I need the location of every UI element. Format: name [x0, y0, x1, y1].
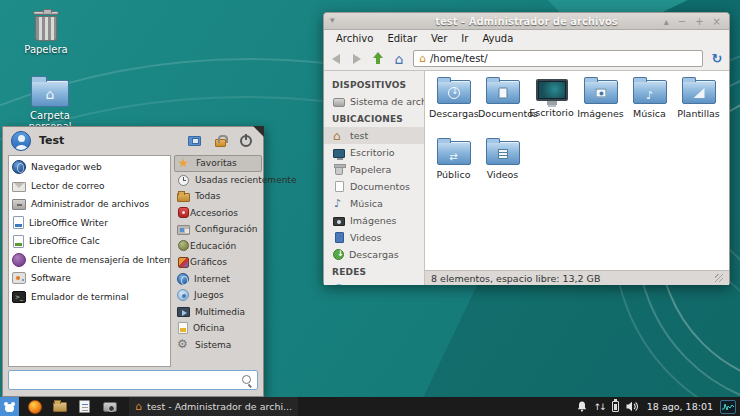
file-item[interactable]: Música — [625, 77, 674, 133]
app-item-pidgin[interactable]: Cliente de mensajería de Internet Pidgin — [9, 251, 170, 270]
file-manager-window: ▾ test - Administrador de archivos ▴ − +… — [323, 12, 730, 284]
writer-icon — [13, 216, 24, 229]
notifications-icon[interactable] — [577, 401, 587, 412]
folder-videos-icon — [486, 141, 520, 165]
category-configuracion[interactable]: Configuración — [174, 221, 262, 238]
back-button[interactable] — [329, 52, 343, 66]
menu-archivo[interactable]: Archivo — [330, 32, 379, 45]
system-monitor-icon[interactable] — [720, 400, 736, 414]
home-icon — [333, 130, 345, 142]
category-usadas-recientemente[interactable]: Usadas recientemente — [174, 172, 262, 189]
app-item-libreoffice-calc[interactable]: LibreOffice Calc — [9, 232, 170, 251]
sidebar-section-header: DISPOSITIVOS — [324, 76, 424, 93]
app-item-navegador-web[interactable]: Navegador web — [9, 158, 170, 177]
window-task-button[interactable]: ⌂ test - Administrador de archi... — [129, 397, 298, 416]
image-emblem-icon — [595, 88, 606, 97]
settings-button[interactable] — [185, 133, 203, 149]
clock[interactable]: 18 ago, 18:01 — [647, 401, 713, 412]
resize-grip[interactable] — [715, 274, 723, 282]
forward-icon — [353, 54, 361, 64]
shade-button[interactable]: ▴ — [664, 17, 669, 27]
window-menu-icon[interactable]: ▾ — [330, 15, 335, 25]
menu-editar[interactable]: Editar — [381, 32, 423, 45]
category-sistema[interactable]: Sistema — [174, 337, 262, 354]
maximize-button[interactable]: + — [695, 17, 703, 27]
xubuntu-logo-icon — [4, 402, 15, 412]
menu-search-input[interactable] — [13, 375, 241, 386]
category-juegos[interactable]: Juegos — [174, 287, 262, 304]
sidebar-item-musica[interactable]: Música — [324, 195, 424, 212]
titlebar[interactable]: ▾ test - Administrador de archivos ▴ − +… — [324, 13, 729, 30]
category-internet[interactable]: Internet — [174, 271, 262, 288]
desktop-icon-trash[interactable]: Papelera — [8, 11, 84, 55]
file-item[interactable]: Plantillas — [674, 77, 723, 133]
sidebar-item-sistema-de-archivos[interactable]: Sistema de archivos — [324, 93, 424, 110]
app-item-libreoffice-writer[interactable]: LibreOffice Writer — [9, 214, 170, 233]
home-icon: ⌂ — [135, 401, 142, 412]
reload-button[interactable]: ↻ — [710, 52, 724, 66]
web-browser-icon — [12, 160, 26, 174]
sidebar-item-descargas[interactable]: Descargas — [324, 246, 424, 263]
sidebar-item-buscar-en-la-red[interactable]: Buscar en la red — [324, 280, 424, 285]
firefox-launcher[interactable] — [25, 397, 44, 416]
menu-ver[interactable]: Ver — [425, 32, 453, 45]
menu-search[interactable] — [8, 370, 258, 390]
file-item[interactable]: Descargas — [429, 77, 478, 133]
sidebar-item-documentos[interactable]: Documentos — [324, 178, 424, 195]
lock-screen-button[interactable] — [211, 133, 229, 149]
category-oficina[interactable]: Oficina — [174, 320, 262, 337]
address-bar[interactable]: ⌂ /home/test/ — [413, 50, 703, 67]
app-item-emulador-de-terminal[interactable]: Emulador de terminal — [9, 288, 170, 307]
folder-icon — [177, 193, 190, 202]
battery-icon[interactable] — [612, 401, 619, 412]
log-out-button[interactable] — [237, 133, 255, 149]
home-button[interactable]: ⌂ — [392, 52, 406, 66]
back-icon — [332, 54, 340, 64]
menu-ayuda[interactable]: Ayuda — [476, 32, 519, 45]
file-item[interactable]: Escritorio — [527, 77, 576, 133]
category-educacion[interactable]: Educación — [174, 238, 262, 255]
file-item[interactable]: Imágenes — [576, 77, 625, 133]
app-item-lector-de-correo[interactable]: Lector de correo — [9, 177, 170, 196]
file-item[interactable]: Videos — [478, 138, 527, 194]
app-item-software[interactable]: Software — [9, 269, 170, 288]
games-icon — [177, 289, 189, 301]
menu-ir[interactable]: Ir — [455, 32, 474, 45]
close-button[interactable]: × — [713, 17, 721, 27]
education-icon — [178, 240, 189, 251]
username-label: Test — [39, 134, 177, 147]
file-item[interactable]: Documentos — [478, 77, 527, 133]
folder-downloads-icon — [437, 80, 471, 104]
applications-menu-button[interactable] — [0, 397, 19, 416]
network-icon — [333, 283, 345, 286]
file-item[interactable]: Público — [429, 138, 478, 194]
category-graficos[interactable]: Gráficos — [174, 254, 262, 271]
category-multimedia[interactable]: Multimedia — [174, 304, 262, 321]
camera-icon — [103, 402, 117, 412]
app-item-administrador-de-archivos[interactable]: Administrador de archivos — [9, 195, 170, 214]
file-view[interactable]: Descargas Documentos Escritorio Imágenes… — [425, 71, 729, 270]
volume-icon[interactable] — [626, 401, 640, 412]
desktop-icon-home-folder[interactable]: ⌂ Carpeta personal — [12, 80, 88, 132]
user-avatar[interactable] — [11, 131, 31, 151]
internet-icon — [177, 273, 189, 285]
category-accesorios[interactable]: Accesorios — [174, 205, 262, 222]
sidebar-item-papelera[interactable]: Papelera — [324, 161, 424, 178]
folder-public-icon — [437, 141, 471, 165]
search-icon — [241, 374, 253, 386]
sidebar-item-escritorio[interactable]: Escritorio — [324, 144, 424, 161]
file-manager-launcher[interactable] — [50, 397, 69, 416]
up-button[interactable] — [371, 52, 385, 66]
category-favoritas[interactable]: Favoritas — [174, 155, 262, 172]
document-launcher[interactable] — [75, 397, 94, 416]
reload-icon: ↻ — [712, 52, 723, 65]
screenshot-launcher[interactable] — [100, 397, 119, 416]
software-icon — [12, 272, 26, 284]
sidebar-item-imagenes[interactable]: Imágenes — [324, 212, 424, 229]
network-icon[interactable]: ↑↓ — [594, 402, 605, 412]
minimize-button[interactable]: − — [678, 17, 686, 27]
forward-button[interactable] — [350, 52, 364, 66]
sidebar-item-videos[interactable]: Videos — [324, 229, 424, 246]
category-todas[interactable]: Todas — [174, 188, 262, 205]
sidebar-item-test[interactable]: test — [324, 127, 424, 144]
